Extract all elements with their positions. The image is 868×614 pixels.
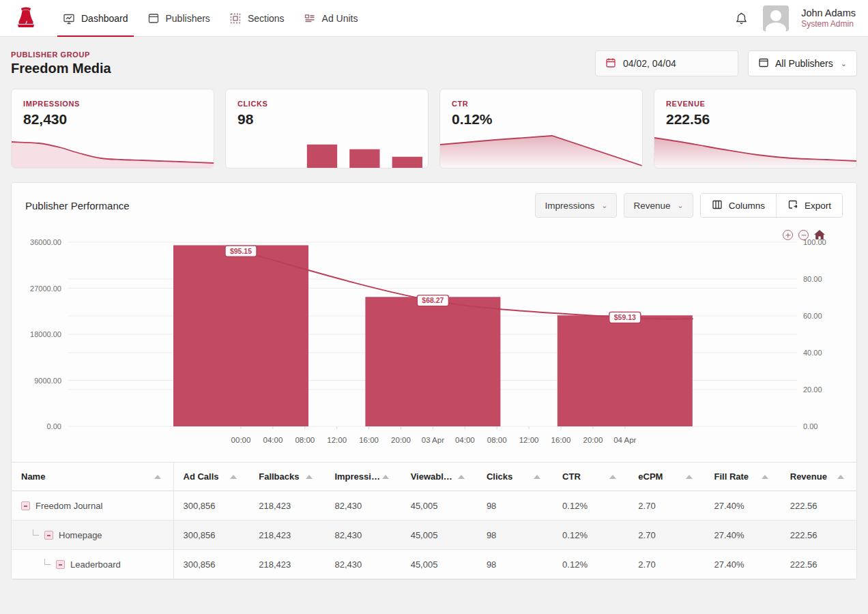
table-cell: 82,430 [325, 521, 401, 550]
sort-icon[interactable] [458, 475, 465, 479]
column-header-name[interactable]: Name [12, 463, 173, 491]
table-row[interactable]: Homepage300,856218,42382,43045,005980.12… [12, 521, 856, 550]
sort-icon[interactable] [534, 475, 540, 479]
table-cell: 0.12% [553, 550, 628, 579]
zoom-in-icon[interactable] [783, 230, 793, 240]
table-cell: 27.40% [705, 491, 781, 521]
column-header-ctr[interactable]: CTR [553, 463, 628, 491]
line-point-label: $59.13 [609, 312, 641, 323]
nav-tab-dashboard[interactable]: Dashboard [53, 0, 138, 37]
svg-text:$59.13: $59.13 [614, 313, 636, 321]
liberty-bell-logo-icon[interactable] [15, 5, 38, 31]
chart-bar[interactable] [365, 297, 500, 426]
sort-icon[interactable] [837, 475, 844, 479]
sort-icon[interactable] [382, 475, 389, 479]
nav-label: Publishers [166, 13, 210, 24]
publisher-performance-panel: Publisher Performance Impressions ⌄ Reve… [11, 182, 857, 580]
row-name-cell[interactable]: Leaderboard [12, 550, 173, 579]
nav-tab-ad-units[interactable]: Ad Units [294, 0, 368, 37]
row-name-cell[interactable]: Homepage [12, 521, 173, 550]
chart-bar[interactable] [173, 246, 308, 427]
column-header-fallbacks[interactable]: Fallbacks [249, 463, 325, 491]
tree-elbow-icon [44, 559, 50, 565]
svg-text:18000.00: 18000.00 [30, 330, 61, 338]
table-header-row: Name Ad Calls Fallbacks Impressi… Viewab… [12, 463, 856, 491]
row-name-cell[interactable]: Freedom Journal [12, 491, 173, 521]
publisher-filter-dropdown[interactable]: All Publishers ⌄ [748, 50, 857, 76]
row-name-label: Freedom Journal [35, 501, 102, 511]
columns-button-label: Columns [729, 201, 765, 211]
sort-icon[interactable] [306, 475, 313, 479]
ad-units-icon [304, 12, 316, 25]
table-cell: 45,005 [401, 491, 477, 521]
kpi-label: CTR [440, 89, 642, 108]
svg-text:04 Apr: 04 Apr [613, 436, 636, 444]
svg-text:04:00: 04:00 [455, 436, 475, 444]
table-actions-group: Columns Export [700, 193, 843, 218]
column-header-ad-calls[interactable]: Ad Calls [173, 463, 249, 491]
column-header-ecpm[interactable]: eCPM [628, 463, 704, 491]
svg-text:16:00: 16:00 [359, 436, 379, 444]
table-cell: 2.70 [628, 521, 704, 550]
chart-tools [783, 230, 825, 240]
nav-tab-publishers[interactable]: Publishers [138, 0, 220, 37]
column-header-fill-rate[interactable]: Fill Rate [705, 463, 781, 491]
sort-icon[interactable] [609, 475, 616, 479]
table-cell: 222.56 [781, 491, 856, 521]
columns-button[interactable]: Columns [701, 194, 776, 217]
nav-label: Sections [248, 13, 285, 24]
notifications-bell-icon[interactable] [732, 9, 751, 28]
tree-elbow-icon [33, 529, 39, 536]
performance-chart-svg: 36000.0027000.0018000.009000.000.00100.0… [12, 226, 845, 462]
export-button[interactable]: Export [776, 194, 842, 217]
nav-tab-sections[interactable]: Sections [220, 0, 294, 37]
svg-text:0.00: 0.00 [47, 422, 61, 430]
metric-select-value: Impressions [545, 201, 594, 211]
sort-icon[interactable] [230, 475, 237, 479]
home-reset-icon[interactable] [814, 230, 825, 240]
svg-text:60.00: 60.00 [803, 312, 822, 320]
user-avatar[interactable] [763, 5, 789, 31]
column-header-clicks[interactable]: Clicks [477, 463, 553, 491]
chart-bar[interactable] [558, 315, 693, 426]
table-cell: 222.56 [781, 521, 856, 550]
metric-select-revenue[interactable]: Revenue ⌄ [624, 193, 693, 218]
sort-icon[interactable] [154, 475, 161, 479]
column-header-impressions[interactable]: Impressi… [325, 463, 401, 491]
collapse-toggle-icon[interactable] [44, 531, 53, 540]
collapse-toggle-icon[interactable] [56, 560, 65, 569]
performance-chart[interactable]: 36000.0027000.0018000.009000.000.00100.0… [12, 226, 856, 462]
column-header-viewability[interactable]: Viewabl… [401, 463, 477, 491]
svg-text:04:00: 04:00 [263, 436, 283, 444]
svg-text:16:00: 16:00 [551, 436, 571, 444]
publisher-filter-value: All Publishers [775, 58, 833, 69]
collapse-toggle-icon[interactable] [21, 501, 30, 510]
table-cell: 45,005 [401, 550, 477, 579]
export-button-label: Export [805, 201, 831, 211]
user-info[interactable]: John Adams System Admin [801, 7, 857, 29]
table-row[interactable]: Freedom Journal300,856218,42382,43045,00… [12, 491, 856, 521]
table-cell: 2.70 [628, 491, 704, 521]
sort-icon[interactable] [686, 475, 693, 479]
metric-select-impressions[interactable]: Impressions ⌄ [535, 193, 617, 218]
table-cell: 300,856 [173, 491, 249, 521]
kpi-label: IMPRESSIONS [12, 89, 214, 108]
sort-icon[interactable] [762, 475, 768, 479]
table-cell: 218,423 [249, 491, 325, 521]
table-cell: 0.12% [553, 491, 628, 521]
kpi-card-impressions[interactable]: IMPRESSIONS 82,430 [11, 89, 214, 169]
column-header-revenue[interactable]: Revenue [781, 463, 856, 491]
svg-text:08:00: 08:00 [487, 436, 507, 444]
date-range-picker[interactable]: 04/02, 04/04 [595, 50, 738, 76]
svg-text:20.00: 20.00 [803, 385, 822, 394]
table-cell: 218,423 [249, 521, 325, 550]
kpi-card-ctr[interactable]: CTR 0.12% [439, 89, 643, 169]
kpi-card-revenue[interactable]: REVENUE 222.56 [654, 89, 857, 169]
table-cell: 300,856 [173, 521, 249, 550]
nav-label: Ad Units [322, 13, 358, 24]
zoom-out-icon[interactable] [798, 230, 809, 240]
kpi-value: 98 [226, 108, 428, 128]
metric-select-value: Revenue [633, 201, 670, 211]
kpi-card-clicks[interactable]: CLICKS 98 [225, 89, 429, 169]
table-row[interactable]: Leaderboard300,856218,42382,43045,005980… [12, 550, 856, 579]
